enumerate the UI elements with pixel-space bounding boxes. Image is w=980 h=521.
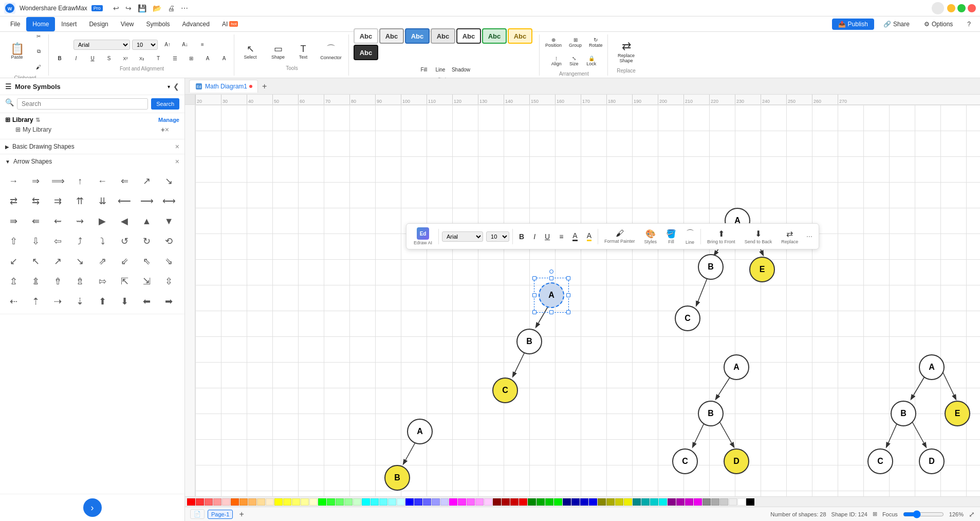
add-tab-btn[interactable]: +: [260, 81, 269, 92]
arrow-shape-50[interactable]: ⇢: [49, 292, 67, 311]
ft-bring-front-btn[interactable]: ⬆ Bring to Front: [704, 227, 738, 246]
arrow-shape-26[interactable]: ⇦: [49, 232, 67, 250]
open-btn[interactable]: 📂: [151, 3, 163, 13]
node-B1[interactable]: B: [698, 254, 724, 280]
arrow-shape-8[interactable]: ⇄: [4, 192, 23, 210]
color-swatch-57[interactable]: [685, 498, 693, 506]
fill-btn[interactable]: Fill: [416, 63, 432, 76]
color-swatch-44[interactable]: [571, 498, 580, 506]
color-swatch-59[interactable]: [702, 498, 711, 506]
menu-design[interactable]: Design: [83, 17, 114, 31]
manage-link[interactable]: Manage: [158, 117, 179, 123]
node-B4[interactable]: B: [698, 401, 724, 426]
ft-highlight-btn[interactable]: A: [584, 230, 595, 243]
size-btn[interactable]: ⤡ Size: [566, 51, 582, 70]
arrow-shape-49[interactable]: ⇡: [26, 292, 45, 311]
arrow-shape-3[interactable]: ↑: [71, 172, 89, 190]
color-swatch-42[interactable]: [554, 498, 562, 506]
color-swatch-62[interactable]: [729, 498, 737, 506]
arrow-shape-33[interactable]: ↖: [26, 252, 45, 271]
position-btn[interactable]: ⊕ Position: [543, 33, 564, 51]
node-B5[interactable]: B: [891, 401, 916, 426]
arrow-shape-29[interactable]: ↺: [115, 232, 134, 250]
category-basic-drawing-header[interactable]: ▶ Basic Drawing Shapes ×: [0, 139, 184, 154]
arrow-shape-27[interactable]: ⤴: [71, 232, 89, 250]
arrow-shape-17[interactable]: ⇚: [26, 212, 45, 230]
superscript-btn[interactable]: X²: [118, 52, 133, 65]
color-swatch-31[interactable]: [458, 498, 466, 506]
arrow-shape-41[interactable]: ⇭: [26, 272, 45, 291]
arrow-shape-19[interactable]: ⇝: [71, 212, 89, 230]
color-swatch-19[interactable]: [353, 498, 361, 506]
category-basic-close-btn[interactable]: ×: [175, 142, 179, 151]
ft-font-size-selector[interactable]: 10: [486, 231, 509, 242]
arrow-shape-40[interactable]: ⇬: [4, 272, 23, 291]
node-A4[interactable]: A: [724, 354, 749, 380]
sidebar-collapse-btn[interactable]: ❮: [173, 82, 179, 91]
options-button[interactable]: ⚙ Options: [919, 19, 958, 30]
align-tb-btn[interactable]: ⫶ Align: [549, 51, 564, 70]
arrow-shape-24[interactable]: ⇧: [4, 232, 23, 250]
arrow-shape-54[interactable]: ⬅: [138, 292, 156, 311]
arrow-shape-55[interactable]: ➡: [160, 292, 178, 311]
color-swatch-28[interactable]: [432, 498, 440, 506]
text-btn[interactable]: T Text: [293, 39, 313, 64]
color-swatch-35[interactable]: [493, 498, 501, 506]
shape-btn[interactable]: ▭ Shape: [265, 39, 291, 64]
color-swatch-56[interactable]: [676, 498, 685, 506]
copy-btn[interactable]: ⧉: [31, 44, 46, 59]
color-swatch-23[interactable]: [388, 498, 396, 506]
node-D1[interactable]: D: [724, 448, 749, 474]
color-swatch-14[interactable]: [309, 498, 318, 506]
category-arrow-close-btn[interactable]: ×: [175, 157, 179, 166]
node-A3[interactable]: A: [407, 419, 433, 444]
ft-font-selector[interactable]: Arial: [442, 231, 483, 242]
arrow-shape-52[interactable]: ⬆: [93, 292, 112, 311]
color-swatch-52[interactable]: [641, 498, 650, 506]
style-preset-6[interactable]: Abc: [508, 28, 532, 44]
node-A2-selected[interactable]: A: [539, 282, 564, 308]
edraw-ai-btn[interactable]: Ed Edraw AI: [411, 226, 435, 247]
arrow-shape-34[interactable]: ↗: [49, 252, 67, 271]
search-button[interactable]: Search: [151, 98, 179, 110]
style-preset-4[interactable]: Abc: [456, 28, 481, 44]
ft-italic-btn[interactable]: I: [530, 231, 539, 242]
line-btn[interactable]: Line: [433, 63, 448, 76]
color-swatch-61[interactable]: [720, 498, 728, 506]
arrow-shape-11[interactable]: ⇈: [71, 192, 89, 210]
highlight-btn[interactable]: A: [216, 52, 232, 65]
print-btn[interactable]: 🖨: [165, 3, 177, 13]
style-preset-3[interactable]: Abc: [431, 28, 455, 44]
bold-btn[interactable]: B: [52, 52, 67, 65]
color-swatch-13[interactable]: [301, 498, 309, 506]
my-library-add-icon[interactable]: +: [161, 125, 165, 134]
color-swatch-49[interactable]: [615, 498, 623, 506]
arrow-shape-53[interactable]: ⬇: [115, 292, 134, 311]
color-swatch-27[interactable]: [423, 498, 431, 506]
color-swatch-4[interactable]: [222, 498, 230, 506]
style-preset-1[interactable]: Abc: [379, 28, 404, 44]
arrow-shape-51[interactable]: ⇣: [71, 292, 89, 311]
arrow-shape-5[interactable]: ⇐: [115, 172, 134, 190]
color-swatch-30[interactable]: [449, 498, 457, 506]
increase-font-btn[interactable]: A↑: [160, 39, 175, 51]
color-swatch-3[interactable]: [213, 498, 221, 506]
color-swatch-10[interactable]: [274, 498, 283, 506]
color-swatch-36[interactable]: [502, 498, 510, 506]
layers-btn[interactable]: ⊞: [873, 511, 877, 517]
more-btn[interactable]: ⋯: [179, 3, 190, 13]
subscript-btn[interactable]: X₂: [134, 52, 150, 65]
node-A5[interactable]: A: [919, 354, 945, 380]
sidebar-next-btn[interactable]: ›: [83, 498, 102, 517]
arrow-shape-45[interactable]: ⇱: [115, 272, 134, 291]
my-library-item[interactable]: ⊞ My Library + ×: [5, 123, 179, 136]
node-E1[interactable]: E: [749, 257, 775, 282]
font-color-btn[interactable]: A: [200, 52, 215, 65]
color-swatch-39[interactable]: [528, 498, 536, 506]
canvas-inner[interactable]: A B E C A B C A B A B C D: [195, 105, 980, 496]
color-swatch-34[interactable]: [484, 498, 492, 506]
sel-handle-rotate[interactable]: [549, 270, 553, 274]
ft-format-painter-btn[interactable]: 🖌 Format Painter: [601, 227, 638, 245]
color-swatch-60[interactable]: [711, 498, 719, 506]
undo-btn[interactable]: ↩: [111, 3, 121, 13]
